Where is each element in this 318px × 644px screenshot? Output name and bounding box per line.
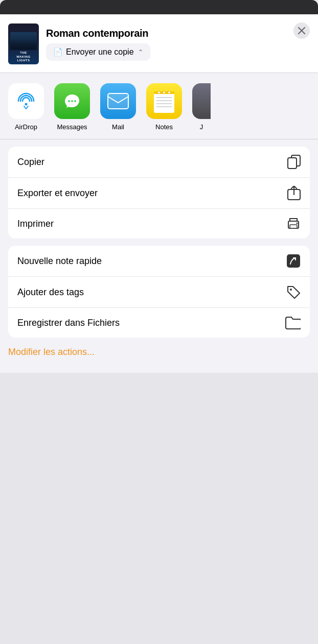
apps-section: AirDrop Messages xyxy=(0,73,318,139)
action-fichiers[interactable]: Enregistrer dans Fichiers xyxy=(8,308,310,338)
actions-group-2: Nouvelle note rapide Ajouter des tags xyxy=(8,246,310,338)
action-note-rapide[interactable]: Nouvelle note rapide xyxy=(8,246,310,277)
svg-point-3 xyxy=(74,100,76,102)
airdrop-label: AirDrop xyxy=(15,123,37,131)
header-info: Roman contemporain 📄 Envoyer une copie ⌃ xyxy=(46,28,310,61)
export-icon xyxy=(287,186,301,200)
app-item-mail[interactable]: Mail xyxy=(100,83,136,131)
svg-point-2 xyxy=(71,100,73,102)
messages-icon xyxy=(54,83,90,119)
send-copy-label: Envoyer une copie xyxy=(66,47,134,57)
svg-rect-16 xyxy=(288,158,297,169)
mail-icon xyxy=(100,83,136,119)
app-item-messages[interactable]: Messages xyxy=(54,83,90,131)
svg-rect-6 xyxy=(154,92,174,113)
svg-point-0 xyxy=(25,103,28,106)
send-copy-button[interactable]: 📄 Envoyer une copie ⌃ xyxy=(46,43,150,61)
partial-app-icon xyxy=(192,83,211,119)
svg-point-14 xyxy=(168,91,171,94)
print-icon xyxy=(286,217,301,230)
copier-label: Copier xyxy=(17,157,44,168)
note-icon xyxy=(286,254,301,268)
svg-point-20 xyxy=(297,223,298,224)
fichiers-label: Enregistrer dans Fichiers xyxy=(17,318,120,328)
action-imprimer[interactable]: Imprimer xyxy=(8,209,310,238)
modify-actions-button[interactable]: Modifier les actions... xyxy=(8,347,95,357)
modify-actions-section: Modifier les actions... xyxy=(0,345,318,373)
svg-point-13 xyxy=(163,91,166,94)
copy-icon xyxy=(287,155,301,169)
action-tags[interactable]: Ajouter des tags xyxy=(8,277,310,308)
messages-label: Messages xyxy=(57,123,87,131)
svg-point-12 xyxy=(158,91,161,94)
svg-point-1 xyxy=(68,100,70,102)
action-exporter[interactable]: Exporter et envoyer xyxy=(8,178,310,209)
notes-icon xyxy=(146,83,182,119)
imprimer-label: Imprimer xyxy=(17,219,54,229)
actions-container: Copier Exporter et envoyer xyxy=(0,139,318,345)
svg-rect-19 xyxy=(290,225,297,228)
tag-icon xyxy=(286,285,301,299)
folder-icon xyxy=(285,316,301,329)
apps-row: AirDrop Messages xyxy=(8,83,310,131)
airdrop-icon xyxy=(8,83,44,119)
share-header: THEWAKINGLIGHTS Roman contemporain 📄 Env… xyxy=(0,14,318,73)
share-sheet: THEWAKINGLIGHTS Roman contemporain 📄 Env… xyxy=(0,14,318,373)
close-button[interactable] xyxy=(293,22,310,39)
app-item-airdrop[interactable]: AirDrop xyxy=(8,83,44,131)
svg-rect-4 xyxy=(108,93,128,109)
book-cover-image xyxy=(10,32,37,50)
action-copier[interactable]: Copier xyxy=(8,147,310,178)
bottom-area xyxy=(0,373,318,644)
svg-point-22 xyxy=(290,289,292,291)
partial-label: J xyxy=(200,123,203,131)
actions-group-1: Copier Exporter et envoyer xyxy=(8,147,310,238)
notes-label: Notes xyxy=(155,123,173,131)
doc-icon: 📄 xyxy=(53,47,63,57)
mail-label: Mail xyxy=(112,123,124,131)
tags-label: Ajouter des tags xyxy=(17,287,84,298)
note-rapide-label: Nouvelle note rapide xyxy=(17,256,102,267)
book-cover: THEWAKINGLIGHTS xyxy=(8,23,39,64)
app-item-partial[interactable]: J xyxy=(192,83,211,131)
book-cover-text: THEWAKINGLIGHTS xyxy=(16,51,31,62)
top-bar xyxy=(0,0,318,14)
exporter-label: Exporter et envoyer xyxy=(17,188,98,199)
chevron-icon: ⌃ xyxy=(138,49,143,56)
book-title: Roman contemporain xyxy=(46,28,310,39)
app-item-notes[interactable]: Notes xyxy=(146,83,182,131)
